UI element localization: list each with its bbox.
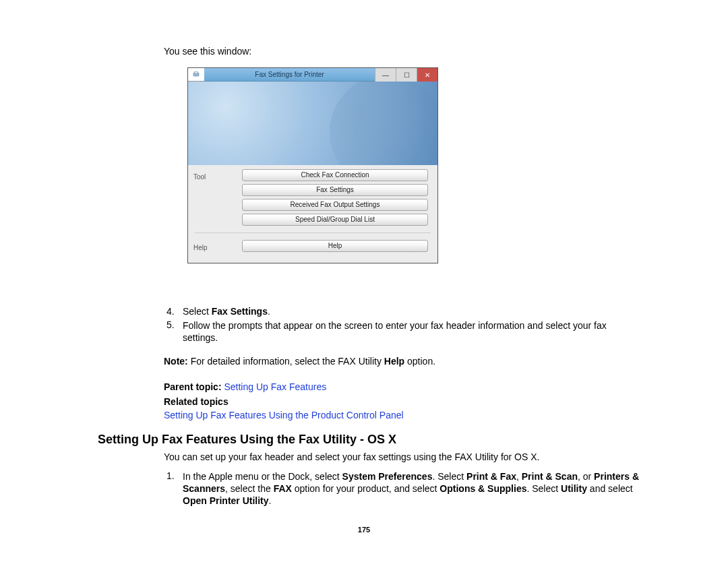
received-fax-output-settings-button[interactable]: Received Fax Output Settings [242,199,428,211]
related-topics-label: Related topics [164,396,229,407]
step-4-number: 4. [166,306,180,317]
i1-b5: FAX [274,483,292,494]
instruction-1: 1. In the Apple menu or the Dock, select… [166,470,640,507]
i1-b6: Options & Supplies [439,483,526,494]
minimize-button[interactable]: — [375,68,396,82]
help-button[interactable]: Help [242,240,428,252]
app-icon [188,68,204,82]
i1-t8: and select [587,483,633,494]
page-number: 175 [0,526,728,534]
panel-separator [195,232,431,233]
i1-t9: . [269,495,272,506]
fax-settings-window: Fax Settings for Printer — ☐ ✕ Tool Chec… [187,67,438,263]
instruction-1-number: 1. [166,470,180,481]
tool-section-label: Tool [188,169,242,226]
step-5-number: 5. [166,319,180,330]
i1-t1: In the Apple menu or the Dock, select [183,471,342,482]
step-4-post: . [268,306,270,317]
window-title: Fax Settings for Printer [204,68,375,82]
parent-topic: Parent topic: Setting Up Fax Features [164,381,326,392]
i1-t3: , [516,471,522,482]
close-button[interactable]: ✕ [417,68,437,82]
step-4: 4. Select Fax Settings. [166,306,270,317]
maximize-button[interactable]: ☐ [396,68,417,82]
note-block: Note: For detailed information, select t… [164,356,640,367]
fax-settings-button[interactable]: Fax Settings [242,184,428,196]
svg-rect-1 [195,71,198,73]
section-description: You can set up your fax header and selec… [164,451,640,462]
i1-b3: Print & Scan [522,471,578,482]
note-label: Note: [164,356,188,367]
step-4-bold: Fax Settings [212,306,268,317]
help-section-label: Help [188,240,242,252]
window-titlebar: Fax Settings for Printer — ☐ ✕ [188,68,437,82]
step-4-pre: Select [183,306,212,317]
note-pre: For detailed information, select the FAX… [188,356,384,367]
parent-topic-link[interactable]: Setting Up Fax Features [224,381,326,392]
related-topic-link[interactable]: Setting Up Fax Features Using the Produc… [164,410,404,420]
check-fax-connection-button[interactable]: Check Fax Connection [242,169,428,181]
i1-t7: . Select [526,483,561,494]
window-panel: Tool Check Fax Connection Fax Settings R… [188,165,437,263]
i1-t4: , or [578,471,594,482]
speed-dial-group-dial-list-button[interactable]: Speed Dial/Group Dial List [242,214,428,226]
i1-b7: Utility [561,483,587,494]
note-bold: Help [384,356,404,367]
i1-t6: option for your product, and select [292,483,439,494]
intro-text: You see this window: [164,46,251,57]
window-hero-image [188,82,437,165]
i1-b2: Print & Fax [466,471,516,482]
i1-t2: . Select [432,471,466,482]
i1-b1: System Preferences [342,471,433,482]
i1-t5: , select the [225,483,274,494]
window-controls: — ☐ ✕ [375,68,437,82]
note-post: option. [404,356,435,367]
i1-b8: Open Printer Utility [183,495,269,506]
step-5-text: Follow the prompts that appear on the sc… [183,319,640,344]
parent-topic-label: Parent topic: [164,381,224,392]
step-5: 5. Follow the prompts that appear on the… [166,319,640,344]
section-heading: Setting Up Fax Features Using the Fax Ut… [98,433,396,447]
